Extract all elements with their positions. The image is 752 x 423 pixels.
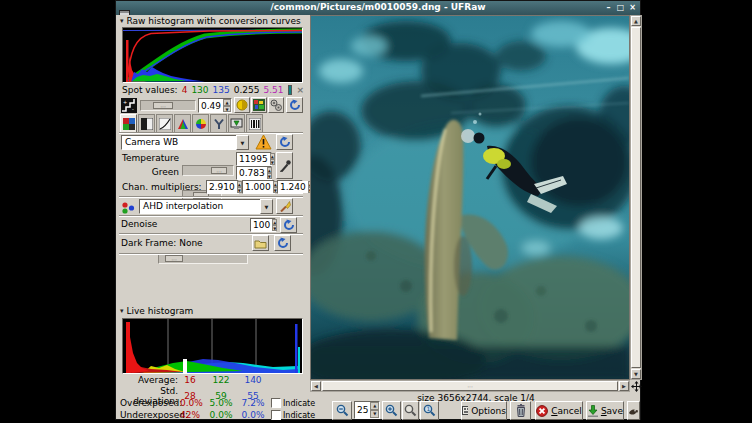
average-green: 122 <box>208 375 234 385</box>
zoom-spinbox[interactable]: 25 ▲ ▼ <box>354 401 380 419</box>
vertical-scrollbar-thumb[interactable] <box>631 27 641 368</box>
zoom-in-button[interactable] <box>382 401 401 420</box>
temperature-label: Temperature <box>121 153 179 163</box>
clip-highlights-icon <box>253 99 265 111</box>
raw-histogram-plot <box>123 28 302 82</box>
apply-interpolation-button[interactable] <box>276 198 293 214</box>
auto-exposure-button[interactable] <box>268 97 284 113</box>
overexposed-red: 0.0% <box>180 398 200 408</box>
zoom-in-icon <box>385 404 398 417</box>
zoom-100-button[interactable]: 1 <box>420 401 439 420</box>
live-histogram-expander[interactable]: ▾ Live histogram <box>120 306 193 316</box>
underexposed-indicate-checkbox[interactable] <box>271 410 281 420</box>
tab-exif[interactable] <box>246 114 263 132</box>
gears-icon <box>270 99 282 111</box>
white-balance-combo[interactable]: Camera WB ▼ <box>121 135 249 150</box>
tab-color-management[interactable] <box>174 114 191 132</box>
exposure-slider-thumb[interactable]: ··· <box>153 102 173 109</box>
zoom-fit-button[interactable] <box>402 401 419 420</box>
cancel-button[interactable]: Cancel <box>535 401 583 420</box>
spin-up-icon[interactable]: ▲ <box>370 402 379 410</box>
exposure-spinbox[interactable]: 0.49 ▲ ▼ <box>198 98 232 113</box>
reset-exposure-button[interactable] <box>286 97 303 113</box>
underexposed-indicate-label: Indicate <box>283 411 315 420</box>
temperature-spinbox[interactable]: 11995 ▲ ▼ <box>236 152 272 166</box>
spin-down-icon[interactable]: ▼ <box>223 106 231 113</box>
denoise-value[interactable]: 100 <box>251 219 272 231</box>
combo-arrow-icon[interactable]: ▼ <box>260 199 273 214</box>
overexposed-blue: 7.2% <box>240 398 266 408</box>
reset-dark-frame-button[interactable] <box>274 235 291 251</box>
reset-denoise-button[interactable] <box>280 217 297 233</box>
zoom-value[interactable]: 25 <box>355 402 370 418</box>
delete-button[interactable] <box>510 401 531 420</box>
zoom-out-button[interactable] <box>332 401 352 420</box>
underexposed-row: Underexposed: 42% 0.0% 0.0% Indicate <box>120 410 315 420</box>
horizontal-scrollbar[interactable]: ◀ ··· ▶ <box>310 380 630 392</box>
tab-save[interactable] <box>228 114 245 132</box>
tab-crop-rotate[interactable] <box>210 114 227 132</box>
restore-highlights-button[interactable] <box>234 97 250 113</box>
underexposed-blue: 0.0% <box>240 410 266 420</box>
close-button[interactable]: × <box>627 3 638 13</box>
ufraw-window: /common/Pictures/m0010059.dng - UFRaw – … <box>115 0 641 420</box>
average-row: Average: 16 122 140 <box>120 375 271 385</box>
scroll-right-icon[interactable]: ▶ <box>619 381 629 391</box>
multiplier-green-value[interactable]: 1.000 <box>243 181 273 193</box>
scroll-up-icon[interactable]: ▲ <box>631 16 641 26</box>
svg-text:1: 1 <box>427 405 431 412</box>
tab-luminosity-saturation[interactable] <box>192 114 209 132</box>
exposure-slider[interactable]: ··· <box>140 100 196 111</box>
scroll-left-icon[interactable]: ◀ <box>311 381 321 391</box>
multiplier-red-spinbox[interactable]: 2.910 ▲ ▼ <box>206 180 239 194</box>
scroll-down-icon[interactable]: ▼ <box>631 369 641 379</box>
temperature-value[interactable]: 11995 <box>237 153 270 165</box>
eyedropper-icon <box>279 160 291 172</box>
load-dark-frame-button[interactable] <box>252 235 269 251</box>
save-button[interactable]: Save <box>586 401 624 420</box>
raw-histogram-expander[interactable]: ▾ Raw histogram with conversion curves <box>120 16 301 26</box>
exposure-value[interactable]: 0.49 <box>199 99 223 112</box>
spin-down-icon[interactable]: ▼ <box>272 225 277 231</box>
vertical-scrollbar[interactable]: ▲ ▼ <box>630 15 642 380</box>
tab-white-balance[interactable] <box>120 114 137 132</box>
refresh-icon <box>283 219 295 231</box>
image-preview[interactable] <box>310 15 630 380</box>
save-icon <box>587 405 598 417</box>
spot-white-balance-button[interactable] <box>276 152 293 179</box>
green-value[interactable]: 0.783 <box>237 167 267 179</box>
save-tab-icon <box>230 118 243 130</box>
denoise-slider-thumb[interactable]: ··· <box>165 255 183 262</box>
multiplier-blue-spinbox[interactable]: 1.240 ▲ ▼ <box>277 180 303 194</box>
tab-grayscale[interactable] <box>138 114 155 132</box>
multiplier-red-value[interactable]: 2.910 <box>207 181 237 193</box>
spin-down-icon[interactable]: ▼ <box>270 159 275 165</box>
maximize-button[interactable]: □ <box>615 3 626 13</box>
reset-white-balance-button[interactable] <box>276 134 293 150</box>
combo-arrow-icon[interactable]: ▼ <box>236 135 249 150</box>
tab-base-curve[interactable] <box>156 114 173 132</box>
spot-color-swatch <box>288 85 293 95</box>
live-histogram-title: Live histogram <box>127 306 194 316</box>
green-spinbox[interactable]: 0.783 ▲ ▼ <box>236 166 272 180</box>
green-label: Green <box>121 167 179 177</box>
horizontal-scrollbar-thumb[interactable]: ··· <box>322 381 618 391</box>
overexposed-indicate-checkbox[interactable] <box>271 398 281 408</box>
multiplier-green-spinbox[interactable]: 1.000 ▲ ▼ <box>242 180 275 194</box>
minimize-button[interactable]: – <box>603 3 614 13</box>
pan-icon[interactable] <box>630 380 642 392</box>
titlebar[interactable]: /common/Pictures/m0010059.dng - UFRaw – … <box>116 1 640 15</box>
spot-ev-value: 5.51 <box>264 85 284 95</box>
denoise-spinbox[interactable]: 100 ▲ ▼ <box>250 218 276 232</box>
interpolation-combo[interactable]: AHD interpolation ▼ <box>139 199 273 214</box>
temperature-slider-thumb[interactable]: ··· <box>211 167 227 174</box>
temperature-slider[interactable]: ··· <box>182 165 234 176</box>
options-button[interactable]: Options <box>461 401 507 420</box>
underwater-wreck-photo <box>311 16 629 379</box>
spot-close-icon[interactable]: × <box>296 85 304 95</box>
gimp-button[interactable] <box>627 401 640 420</box>
clip-highlights-button[interactable] <box>251 97 267 113</box>
spin-down-icon[interactable]: ▼ <box>370 410 379 418</box>
spin-down-icon[interactable]: ▼ <box>267 173 272 179</box>
multiplier-blue-value[interactable]: 1.240 <box>278 181 308 193</box>
